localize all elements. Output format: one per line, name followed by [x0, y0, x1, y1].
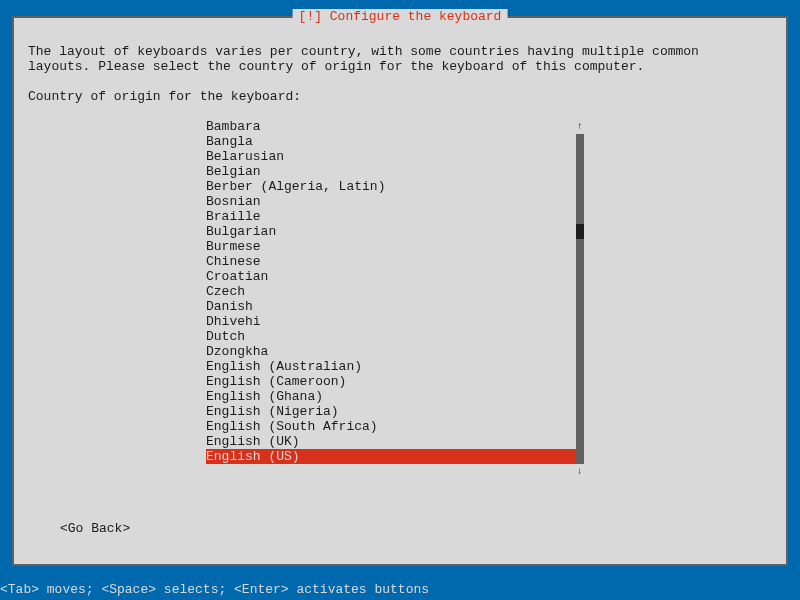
dialog-content: The layout of keyboards varies per count… [14, 18, 786, 564]
list-item[interactable]: Burmese [206, 239, 622, 254]
list-item[interactable]: Danish [206, 299, 622, 314]
list-item[interactable]: Bangla [206, 134, 622, 149]
instructions-text: The layout of keyboards varies per count… [28, 44, 772, 74]
go-back-button[interactable]: <Go Back> [60, 521, 130, 536]
list-item[interactable]: English (Cameroon) [206, 374, 622, 389]
list-item[interactable]: Dutch [206, 329, 622, 344]
list-item[interactable]: Bosnian [206, 194, 622, 209]
list-item[interactable]: English (Australian) [206, 359, 622, 374]
list-item[interactable]: Chinese [206, 254, 622, 269]
list-item[interactable]: Bambara [206, 119, 622, 134]
footer-hint: <Tab> moves; <Space> selects; <Enter> ac… [0, 582, 800, 597]
list-item[interactable]: English (Nigeria) [206, 404, 622, 419]
scroll-track[interactable] [576, 134, 584, 464]
list-item[interactable]: Berber (Algeria, Latin) [206, 179, 622, 194]
scrollbar[interactable]: ↑ ↓ [576, 119, 584, 479]
list-item[interactable]: Czech [206, 284, 622, 299]
list-item[interactable]: Belarusian [206, 149, 622, 164]
list-item[interactable]: Braille [206, 209, 622, 224]
scroll-up-icon[interactable]: ↑ [576, 119, 584, 134]
dialog-frame: [!] Configure the keyboard The layout of… [12, 16, 788, 566]
keyboard-list[interactable]: BambaraBanglaBelarusianBelgianBerber (Al… [206, 119, 622, 464]
list-item[interactable]: English (UK) [206, 434, 622, 449]
list-item[interactable]: Croatian [206, 269, 622, 284]
list-item[interactable]: Belgian [206, 164, 622, 179]
list-item[interactable]: English (South Africa) [206, 419, 622, 434]
list-item[interactable]: Bulgarian [206, 224, 622, 239]
list-item[interactable]: English (US) [206, 449, 580, 464]
list-item[interactable]: Dhivehi [206, 314, 622, 329]
list-item[interactable]: Dzongkha [206, 344, 622, 359]
scroll-thumb[interactable] [576, 224, 584, 239]
prompt-label: Country of origin for the keyboard: [28, 89, 772, 104]
scroll-down-icon[interactable]: ↓ [576, 464, 584, 479]
list-item[interactable]: English (Ghana) [206, 389, 622, 404]
